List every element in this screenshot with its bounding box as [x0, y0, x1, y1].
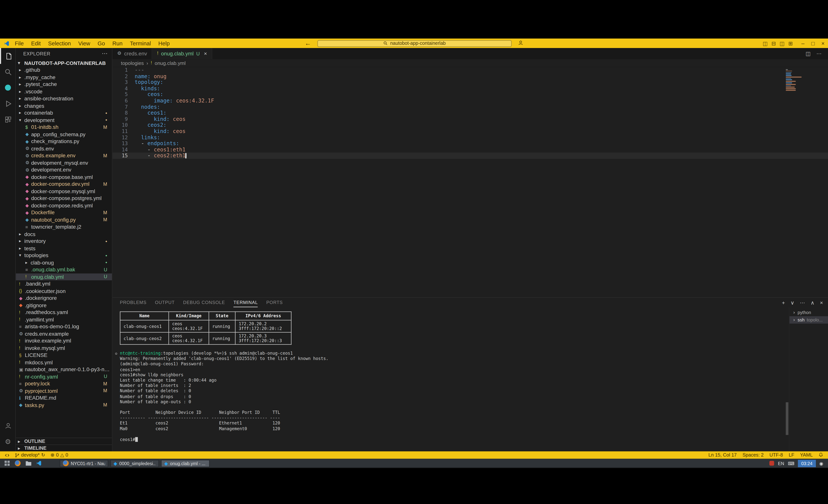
problems-item[interactable]: ⊗ 0 △ 0	[50, 452, 68, 458]
code-line-7[interactable]: 7 nodes:	[113, 104, 828, 110]
tree-file-.readthedocs.yaml[interactable]: !.readthedocs.yaml	[16, 309, 112, 316]
code-line-1[interactable]: 1---	[113, 67, 828, 73]
clock[interactable]: 03:24	[798, 460, 816, 467]
terminal[interactable]: NameKind/ImageStateIPv4/6 Address clab-o…	[113, 307, 789, 451]
close-panel-icon[interactable]: ×	[820, 300, 823, 305]
panel-tab-problems[interactable]: PROBLEMS	[120, 298, 147, 307]
toggle-panel-icon[interactable]: ⊟	[769, 40, 778, 46]
tree-folder-tests[interactable]: ▸tests	[16, 245, 112, 252]
tree-folder-inventory[interactable]: ▸inventory●	[16, 238, 112, 245]
tree-file-dockerfile[interactable]: ◆DockerfileM	[16, 209, 112, 216]
tree-file-creds.env[interactable]: ⚙creds.env	[16, 145, 112, 152]
tree-folder-development[interactable]: ▾development●	[16, 116, 112, 124]
menu-help[interactable]: Help	[155, 40, 173, 46]
panel-tab-output[interactable]: OUTPUT	[155, 298, 175, 307]
tree-file-.gitignore[interactable]: ◆.gitignore	[16, 302, 112, 309]
tree-folder-clab-onug[interactable]: ▸clab-onug●	[16, 259, 112, 266]
tree-folder-ansible-orchestration[interactable]: ▸ansible-orchestration	[16, 95, 112, 102]
panel-tab-terminal[interactable]: TERMINAL	[234, 298, 258, 307]
code-line-8[interactable]: 8 ceos1:	[113, 110, 828, 116]
taskbar-window-nyc01-rtr1-nau...[interactable]: NYC01-rtr1 - Nau...	[59, 460, 108, 467]
tree-folder-.pytest-cache[interactable]: ▸.pytest_cache	[16, 81, 112, 88]
tree-file-01-initdb.sh[interactable]: $01-initdb.shM	[16, 124, 112, 131]
tree-file-creds.example.env[interactable]: ⚙creds.example.envM	[16, 152, 112, 159]
tree-file-app-config-schema.py[interactable]: ◆app_config_schema.py	[16, 131, 112, 138]
taskbar-window-onug.clab.yml-...[interactable]: ◆onug.clab.yml - ...	[161, 460, 210, 467]
code-line-12[interactable]: 12 links:	[113, 134, 828, 140]
code-line-9[interactable]: 9 kind: ceos	[113, 116, 828, 122]
tree-file-mkdocs.yml[interactable]: !mkdocs.yml	[16, 359, 112, 366]
power-icon[interactable]: ◉	[819, 461, 823, 466]
remote-indicator[interactable]	[5, 453, 9, 457]
editor[interactable]: 1---2name: onug3topology:4 kinds:5 ceos:…	[113, 67, 828, 297]
back-icon[interactable]: ←	[305, 40, 311, 46]
toggle-secondary-sidebar-icon[interactable]: ◫	[778, 40, 786, 46]
outline-section[interactable]: ▸ OUTLINE	[16, 437, 112, 445]
extensions-icon[interactable]	[0, 112, 16, 127]
code-line-14[interactable]: 14 - ceos1:eth1	[113, 147, 828, 153]
tree-file-development.env[interactable]: ⚙development.env	[16, 166, 112, 173]
tree-file-docker-compose.mysql.yml[interactable]: ◆docker-compose.mysql.yml	[16, 188, 112, 195]
status-yaml[interactable]: YAML	[800, 452, 813, 458]
editor-more-actions-icon[interactable]: ⋯	[817, 51, 822, 56]
browser-icon[interactable]	[14, 460, 22, 467]
menu-edit[interactable]: Edit	[27, 40, 44, 46]
tree-folder-docs[interactable]: ▸docs	[16, 230, 112, 238]
keyboard-icon[interactable]: ⌨	[788, 461, 794, 466]
timeline-section[interactable]: ▸ TIMELINE	[16, 445, 112, 451]
close-icon[interactable]: ×	[204, 51, 207, 56]
language-indicator[interactable]: EN	[778, 461, 784, 466]
breadcrumb-folder[interactable]: topologies	[121, 60, 144, 66]
breadcrumb-file[interactable]: onug.clab.yml	[155, 60, 185, 66]
maximize-button[interactable]: □	[808, 40, 818, 46]
tree-file-.bandit.yml[interactable]: !.bandit.yml	[16, 280, 112, 288]
account-icon[interactable]	[0, 417, 16, 433]
git-branch-item[interactable]: develop* ↻	[15, 452, 45, 458]
tree-file-readme.md[interactable]: ℹREADME.md	[16, 394, 112, 402]
maximize-panel-icon[interactable]: ∧	[811, 300, 815, 305]
menu-view[interactable]: View	[75, 40, 94, 46]
tray-app-icon[interactable]	[770, 461, 774, 466]
command-decoration-icon[interactable]	[115, 352, 117, 354]
code-line-15[interactable]: 15 - ceos2:eth1	[113, 153, 828, 159]
tree-file-nautobot-config.py[interactable]: ◆nautobot_config.pyM	[16, 216, 112, 223]
new-terminal-icon[interactable]: +	[782, 300, 785, 305]
tree-file-check-migrations.py[interactable]: ◆check_migrations.py	[16, 138, 112, 145]
tree-file-.dockerignore[interactable]: ◆.dockerignore	[16, 295, 112, 302]
minimap[interactable]	[786, 69, 823, 91]
customize-layout-icon[interactable]: ⊞	[786, 40, 795, 46]
code-line-4[interactable]: 4 kinds:	[113, 85, 828, 91]
code-line-3[interactable]: 3topology:	[113, 79, 828, 85]
settings-gear-icon[interactable]: ⚙	[0, 433, 16, 449]
tree-file-invoke.example.yml[interactable]: !invoke.example.yml	[16, 337, 112, 345]
tree-file-pyproject.toml[interactable]: ⚙pyproject.tomlM	[16, 387, 112, 394]
tree-file-.yamllint.yml[interactable]: !.yamllint.yml	[16, 316, 112, 323]
tree-file-poetry.lock[interactable]: ≡poetry.lockM	[16, 380, 112, 387]
search-sidebar-icon[interactable]	[0, 64, 16, 80]
tree-folder-.vscode[interactable]: ▸.vscode	[16, 88, 112, 95]
split-editor-icon[interactable]: ◫	[805, 51, 811, 56]
tree-file-arista-eos-demo-01.log[interactable]: ≡arista-eos-demo-01.log	[16, 323, 112, 330]
code-line-6[interactable]: 6 image: ceos:4.32.1F	[113, 98, 828, 104]
tree-file-invoke.mysql.yml[interactable]: !invoke.mysql.yml	[16, 344, 112, 351]
status-spaces-2[interactable]: Spaces: 2	[743, 452, 764, 458]
tree-file-nautobot-awx-runner-0.1.0-py3-none-[interactable]: ▣nautobot_awx_runner-0.1.0-py3-none-…	[16, 366, 112, 373]
code-line-11[interactable]: 11 kind: ceos	[113, 128, 828, 134]
menu-run[interactable]: Run	[109, 40, 126, 46]
status-utf-8[interactable]: UTF-8	[770, 452, 783, 458]
code-line-10[interactable]: 10 ceos2:	[113, 122, 828, 128]
tree-file-docker-compose.dev.yml[interactable]: ◆docker-compose.dev.ymlM	[16, 180, 112, 188]
tree-folder-topologies[interactable]: ▾topologies●	[16, 252, 112, 259]
tree-file-.onug.clab.yml.bak[interactable]: ≡.onug.clab.yml.bakU	[16, 266, 112, 273]
terminal-list-item-python[interactable]: ›python	[789, 309, 828, 316]
code-line-5[interactable]: 5 ceos:	[113, 91, 828, 97]
panel-more-actions-icon[interactable]: ⋯	[800, 300, 805, 305]
tree-file-onug.clab.yml[interactable]: !onug.clab.ymlU	[16, 273, 112, 281]
notifications-bell-icon[interactable]	[819, 452, 823, 458]
tree-folder-.mypy-cache[interactable]: ▸.mypy_cache	[16, 74, 112, 81]
tree-file-docker-compose.postgres.yml[interactable]: ◆docker-compose.postgres.yml	[16, 195, 112, 202]
minimize-button[interactable]: –	[798, 40, 808, 46]
status-ln-15-col-17[interactable]: Ln 15, Col 17	[708, 452, 737, 458]
tree-file-tasks.py[interactable]: ◆tasks.pyM	[16, 402, 112, 409]
tree-file-docker-compose.redis.yml[interactable]: ◆docker-compose.redis.yml	[16, 202, 112, 209]
